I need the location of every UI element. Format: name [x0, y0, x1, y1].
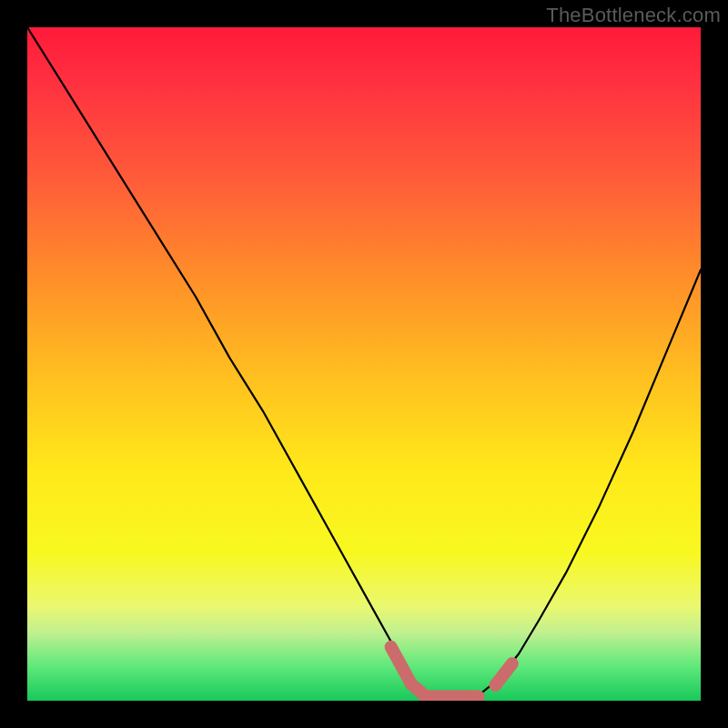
chart-svg	[27, 27, 701, 701]
highlight-right-bump	[495, 663, 512, 685]
chart-frame: TheBottleneck.com	[0, 0, 728, 728]
bottleneck-curve	[27, 27, 701, 701]
watermark-text: TheBottleneck.com	[546, 4, 721, 27]
chart-plot-area	[27, 27, 701, 701]
highlight-flat-minimum	[391, 647, 479, 697]
